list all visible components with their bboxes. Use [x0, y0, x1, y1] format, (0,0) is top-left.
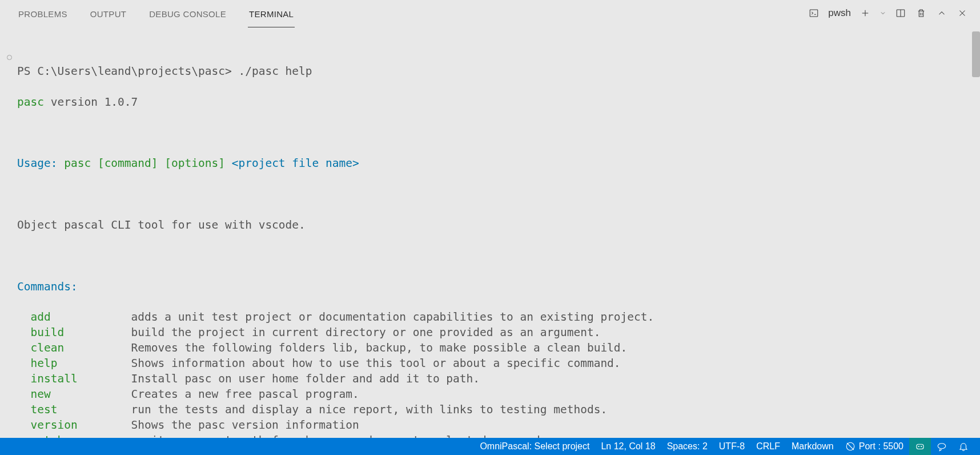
status-encoding[interactable]: UTF-8 — [713, 438, 750, 455]
command-row: helpShows information about how to use t… — [17, 356, 963, 372]
tab-output[interactable]: OUTPUT — [79, 0, 138, 27]
command-row: cleanRemoves the following folders lib, … — [17, 341, 963, 356]
version-number: version 1.0.7 — [44, 95, 138, 109]
command-description: Creates a new free pascal program. — [131, 387, 359, 402]
command-description: adds a unit test project or documentatio… — [131, 310, 654, 325]
command-name: new — [17, 387, 131, 402]
terminal-shell-icon[interactable] — [808, 7, 820, 19]
scrollbar-thumb[interactable] — [972, 31, 980, 77]
terminal-blank — [17, 187, 963, 202]
terminal-line: Object pascal CLI tool for use with vsco… — [17, 218, 963, 233]
status-live-server[interactable]: Port : 5500 — [840, 438, 909, 455]
command-description: build the project in current directory o… — [131, 325, 601, 341]
prompt-command: ./pasc help — [232, 65, 312, 78]
terminal-blank — [17, 249, 963, 264]
status-cursor-position[interactable]: Ln 12, Col 18 — [595, 438, 661, 455]
terminal-blank — [17, 125, 963, 141]
tab-debug-console[interactable]: DEBUG CONSOLE — [138, 0, 238, 27]
new-terminal-icon[interactable] — [859, 7, 871, 19]
command-description: Shows the pasc version information — [131, 418, 359, 433]
status-feedback-icon[interactable] — [931, 438, 953, 455]
status-language[interactable]: Markdown — [786, 438, 840, 455]
command-description: Install pasc on user home folder and add… — [131, 372, 480, 387]
terminal-dropdown-icon[interactable] — [879, 7, 886, 19]
prompt-path: C:\Users\leand\projects\pasc> — [37, 65, 231, 78]
command-row: versionShows the pasc version informatio… — [17, 418, 963, 433]
command-row: installInstall pasc on user home folder … — [17, 372, 963, 387]
command-name: test — [17, 402, 131, 418]
command-name: clean — [17, 341, 131, 356]
command-row: testrun the tests and display a nice rep… — [17, 402, 963, 418]
command-name: build — [17, 325, 131, 341]
tab-problems[interactable]: PROBLEMS — [7, 0, 79, 27]
usage-command: pasc [command] [options] — [57, 157, 225, 170]
tab-terminal[interactable]: TERMINAL — [238, 0, 305, 27]
prompt-ps: PS — [17, 65, 37, 78]
status-copilot[interactable] — [909, 438, 931, 455]
command-description: Removes the following folders lib, backu… — [131, 341, 628, 356]
status-notifications-icon[interactable] — [953, 438, 974, 455]
commands-list: addadds a unit test project or documenta… — [17, 310, 963, 448]
split-terminal-icon[interactable] — [894, 7, 907, 19]
command-row: newCreates a new free pascal program. — [17, 387, 963, 402]
svg-rect-0 — [810, 10, 818, 17]
terminal-line: Usage: pasc [command] [options] <project… — [17, 156, 963, 171]
usage-label: Usage: — [17, 157, 57, 170]
command-name: help — [17, 356, 131, 372]
status-eol[interactable]: CRLF — [750, 438, 786, 455]
terminal-output[interactable]: PS C:\Users\leand\projects\pasc> ./pasc … — [0, 27, 980, 455]
maximize-panel-icon[interactable] — [935, 7, 948, 19]
close-panel-icon[interactable] — [956, 7, 969, 19]
usage-arg: <project file name> — [225, 157, 359, 170]
version-name: pasc — [17, 95, 44, 109]
kill-terminal-icon[interactable] — [915, 7, 927, 19]
command-name: version — [17, 418, 131, 433]
terminal-line: PS C:\Users\leand\projects\pasc> ./pasc … — [17, 64, 963, 79]
command-row: buildbuild the project in current direct… — [17, 325, 963, 341]
command-name: add — [17, 310, 131, 325]
commands-header: Commands: — [17, 280, 963, 295]
shell-name-label[interactable]: pwsh — [828, 7, 851, 19]
svg-rect-3 — [917, 444, 923, 449]
status-omnipascal[interactable]: OmniPascal: Select project — [474, 438, 595, 455]
command-name: install — [17, 372, 131, 387]
status-port-label: Port : 5500 — [859, 441, 903, 452]
panel-actions: pwsh — [808, 7, 969, 19]
svg-point-5 — [921, 446, 922, 447]
task-indicator-icon — [7, 55, 12, 60]
terminal-line: pasc version 1.0.7 — [17, 95, 963, 110]
command-description: Shows information about how to use this … — [131, 356, 621, 372]
status-indentation[interactable]: Spaces: 2 — [661, 438, 713, 455]
status-bar: OmniPascal: Select project Ln 12, Col 18… — [0, 438, 980, 455]
command-description: run the tests and display a nice report,… — [131, 402, 608, 418]
svg-point-4 — [918, 446, 919, 447]
command-row: addadds a unit test project or documenta… — [17, 310, 963, 325]
